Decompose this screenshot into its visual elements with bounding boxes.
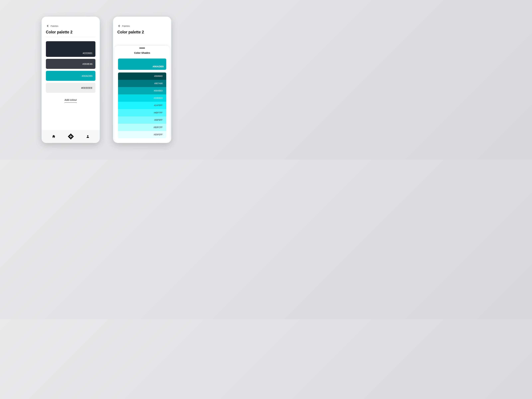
back-arrow-icon[interactable] [46,24,49,28]
svg-point-0 [87,135,88,137]
shade-row[interactable]: #007A80 [118,80,166,87]
shade-row[interactable]: #1AF5FF [118,102,166,109]
sheet-title: Color Shades [118,51,166,54]
color-swatch[interactable]: #222831 [46,41,95,57]
shade-row[interactable]: #80F9FF [118,116,166,124]
shade-row[interactable]: #00DBE6 [118,95,166,102]
divider [46,37,95,37]
profile-icon[interactable] [86,135,90,138]
back-arrow-icon[interactable] [117,24,121,28]
phone-left-content: Palettes Color palette 2 #222831#393E46#… [42,17,100,103]
page-title: Color palette 2 [46,30,95,34]
color-swatch[interactable]: #393E46 [46,59,95,69]
back-row: Palettes [46,24,95,28]
hero-color-swatch[interactable]: #00ADB5 [118,58,166,70]
add-colour-button[interactable]: Add colour [64,97,77,103]
page-title: Color palette 2 [117,30,167,34]
back-label[interactable]: Palettes [122,25,130,27]
swatch-list: #222831#393E46#00ADB5#EEEEEE [46,41,95,95]
shade-list: #00494D#007A80#00ABB3#00DBE6#1AF5FF#4DF7… [118,72,166,138]
phone-left: Palettes Color palette 2 #222831#393E46#… [42,17,100,143]
back-label[interactable]: Palettes [51,25,58,27]
color-swatch[interactable]: #00ADB5 [46,71,95,81]
bottom-sheet: Color Shades #00ADB5 #00494D#007A80#00AB… [114,46,170,143]
phone-right-content: Palettes Color palette 2 [113,17,171,37]
add-icon[interactable] [68,133,74,140]
shade-row[interactable]: #B3FCFF [118,124,166,131]
bottom-nav [42,130,100,143]
color-swatch[interactable]: #EEEEEE [46,83,95,93]
back-row: Palettes [117,24,167,28]
shade-row[interactable]: #E5FEFF [118,131,166,138]
phone-right: Palettes Color palette 2 Color Shades #0… [113,17,171,143]
shade-row[interactable]: #4DF7FF [118,109,166,116]
sheet-grabber[interactable] [139,48,145,48]
shade-row[interactable]: #00ABB3 [118,87,166,95]
home-icon[interactable] [52,134,56,139]
shade-row[interactable]: #00494D [118,72,166,80]
